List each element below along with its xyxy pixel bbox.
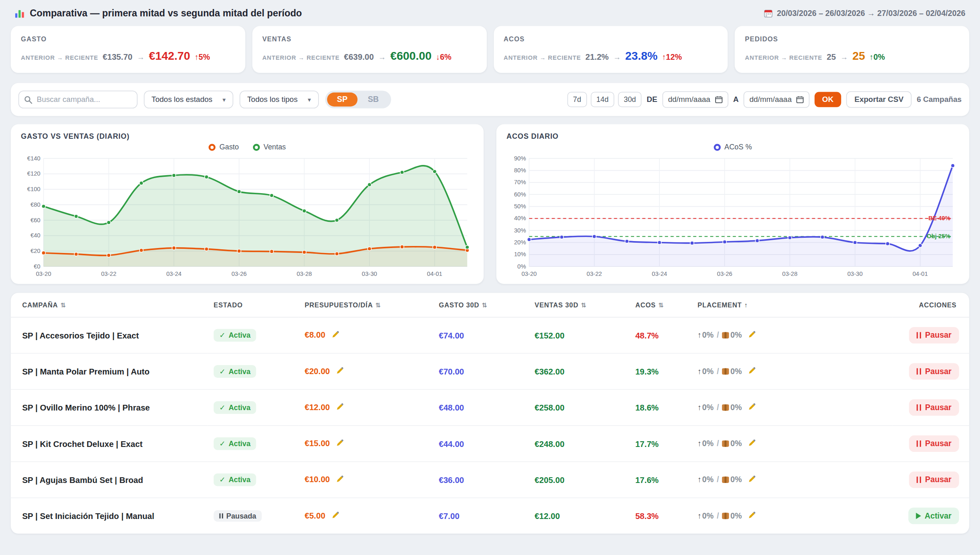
search-icon — [24, 96, 32, 104]
play-icon — [916, 513, 921, 519]
chart-legend: Gasto Ventas — [21, 142, 474, 152]
column-campaign[interactable]: CAMPAÑA⇅ — [11, 293, 207, 318]
budget-value: €15.00 — [305, 439, 330, 448]
toggle-campaign-button[interactable]: Pausar — [909, 435, 959, 452]
kpi-card: VENTAS ANTERIOR → RECIENTE €639.00 → €60… — [252, 26, 487, 73]
status-text: Pausada — [226, 512, 256, 520]
range-button[interactable]: 30d — [618, 92, 642, 107]
column-actions: ACCIONES — [892, 293, 969, 318]
spend-30d-value: €70.00 — [439, 367, 464, 376]
table-row: SP | Agujas Bambú Set | Broad ✓ Activa €… — [11, 462, 969, 498]
budget-value: €8.00 — [305, 330, 325, 340]
column-budget[interactable]: PRESUPUESTO/DÍA⇅ — [298, 293, 433, 318]
kpi-card: ACOS ANTERIOR → RECIENTE 21.2% → 23.8% ↑… — [494, 26, 728, 73]
calendar-icon — [715, 96, 723, 104]
chart-title: GASTO VS VENTAS (DIARIO) — [21, 133, 474, 140]
campaign-name: SP | Accesorios Tejido | Exact — [22, 331, 139, 340]
toggle-campaign-button[interactable]: Activar — [908, 508, 959, 524]
table-row: SP | Manta Polar Premium | Auto ✓ Activa… — [11, 354, 969, 390]
toggle-campaign-button[interactable]: Pausar — [909, 363, 959, 380]
toggle-option[interactable]: SP — [327, 92, 357, 106]
svg-text:€80: €80 — [30, 201, 40, 208]
range-button[interactable]: 7d — [567, 92, 587, 107]
type-filter-value: Todos los tipos — [247, 95, 298, 104]
table-row: SP | Kit Crochet Deluxe | Exact ✓ Activa… — [11, 426, 969, 462]
placement-product-value: 0% — [730, 403, 742, 412]
edit-placement-icon[interactable] — [748, 367, 756, 376]
column-status[interactable]: ESTADO — [207, 293, 298, 318]
comparison-date-range: 20/03/2026 – 26/03/2026 → 27/03/2026 – 0… — [763, 9, 965, 18]
arrow-right-icon: → — [613, 53, 621, 62]
column-spend-30d[interactable]: GASTO 30D⇅ — [432, 293, 528, 318]
apply-dates-button[interactable]: OK — [815, 92, 841, 107]
edit-budget-icon[interactable] — [336, 403, 344, 413]
arrow-right-icon: → — [840, 53, 848, 62]
campaign-name: SP | Set Iniciación Tejido | Manual — [22, 511, 154, 521]
kpi-compare-label: ANTERIOR → RECIENTE — [504, 54, 581, 61]
svg-text:€100: €100 — [27, 186, 40, 192]
edit-placement-icon[interactable] — [748, 439, 756, 449]
acos-value: 17.7% — [635, 439, 659, 449]
toggle-campaign-button[interactable]: Pausar — [909, 399, 959, 416]
action-label: Activar — [925, 512, 952, 521]
edit-budget-icon[interactable] — [336, 440, 344, 449]
svg-text:€60: €60 — [30, 217, 40, 223]
campaign-name: SP | Kit Crochet Deluxe | Exact — [22, 439, 142, 449]
placement-top-value: 0% — [702, 475, 714, 484]
toggle-option[interactable]: SB — [358, 92, 389, 106]
action-label: Pausar — [925, 403, 952, 412]
acos-value: 58.3% — [635, 511, 659, 521]
sort-icon: ⇅ — [581, 302, 587, 309]
toggle-campaign-button[interactable]: Pausar — [909, 472, 959, 488]
svg-text:03-20: 03-20 — [36, 271, 51, 277]
placement-top-value: 0% — [702, 367, 714, 376]
export-csv-button[interactable]: Exportar CSV — [846, 91, 912, 108]
kpi-compare-label: ANTERIOR → RECIENTE — [21, 54, 98, 61]
date-to-input[interactable]: dd/mm/aaaa — [744, 91, 810, 108]
spend-vs-sales-chart-card: GASTO VS VENTAS (DIARIO) Gasto Ventas €0… — [11, 124, 483, 284]
sort-asc-icon: ↑ — [744, 302, 748, 309]
type-filter-select[interactable]: Todos los tipos ▾ — [239, 90, 318, 108]
chart-title: ACOS DIARIO — [506, 133, 959, 140]
top-of-search-icon: ↑ — [698, 475, 702, 484]
status-text: Activa — [228, 368, 250, 376]
svg-text:0%: 0% — [517, 263, 526, 270]
edit-budget-icon[interactable] — [336, 476, 344, 485]
spend-30d-value: €36.00 — [439, 475, 464, 485]
status-text: Activa — [228, 440, 250, 448]
sales-30d-value: €152.00 — [535, 331, 565, 340]
search-input[interactable] — [18, 90, 138, 108]
edit-budget-icon[interactable] — [336, 367, 344, 377]
column-acos[interactable]: ACOS⇅ — [629, 293, 691, 318]
status-text: Activa — [228, 476, 250, 484]
range-button[interactable]: 14d — [591, 92, 614, 107]
product-pages-box-icon — [722, 512, 729, 519]
edit-placement-icon[interactable] — [748, 511, 756, 521]
kpi-previous-value: €135.70 — [103, 52, 133, 61]
action-label: Pausar — [925, 331, 952, 340]
top-of-search-icon: ↑ — [698, 511, 702, 520]
kpi-previous-value: 25 — [827, 52, 836, 61]
column-sales-30d[interactable]: VENTAS 30D⇅ — [528, 293, 629, 318]
quick-range-buttons: 7d 14d 30d — [567, 92, 641, 107]
date-to-label: A — [733, 95, 738, 104]
edit-placement-icon[interactable] — [748, 403, 756, 413]
status-filter-select[interactable]: Todos los estados ▾ — [144, 90, 233, 108]
dashboard-page: Comparativa — primera mitad vs segunda m… — [0, 0, 980, 555]
slash-separator: / — [717, 367, 719, 376]
column-placement[interactable]: PLACEMENT↑ — [691, 293, 893, 318]
action-label: Pausar — [925, 440, 952, 449]
edit-budget-icon[interactable] — [332, 512, 339, 521]
arrow-right-icon: → — [378, 53, 386, 62]
acos-value: 48.7% — [635, 331, 659, 340]
campaigns-table: CAMPAÑA⇅ ESTADO PRESUPUESTO/DÍA⇅ GASTO 3… — [11, 293, 969, 534]
date-from-input[interactable]: dd/mm/aaaa — [662, 91, 728, 108]
edit-budget-icon[interactable] — [332, 331, 339, 341]
status-badge: ✓ Activa — [214, 365, 256, 378]
svg-text:04-01: 04-01 — [912, 271, 928, 277]
toggle-campaign-button[interactable]: Pausar — [909, 327, 959, 344]
edit-placement-icon[interactable] — [748, 475, 756, 485]
edit-placement-icon[interactable] — [748, 331, 756, 340]
product-pages-box-icon — [722, 332, 729, 338]
placement-product-value: 0% — [730, 331, 742, 340]
